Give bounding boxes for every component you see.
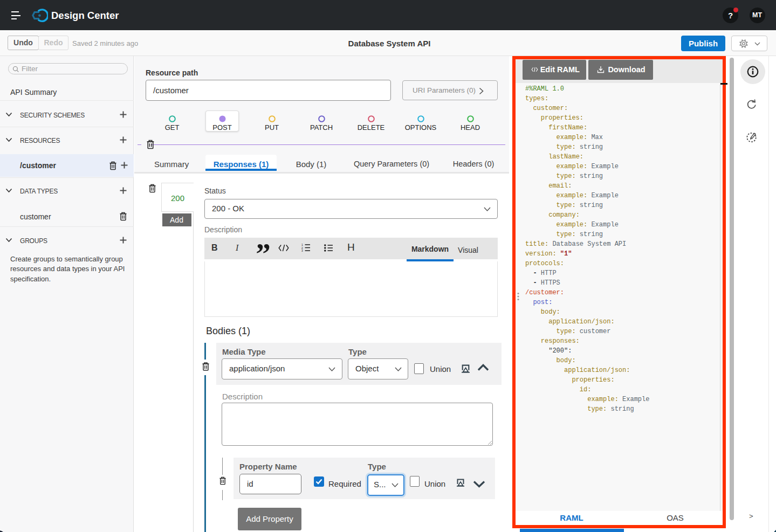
svg-text:3: 3 [301,249,303,252]
